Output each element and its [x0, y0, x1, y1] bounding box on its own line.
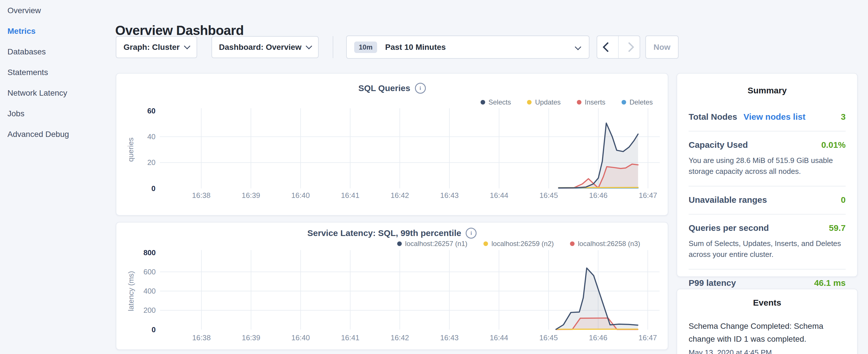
event-message: Schema Change Completed: Schema change w…	[689, 320, 826, 345]
svg-text:800: 800	[143, 249, 156, 257]
chevron-left-icon	[602, 42, 613, 52]
chevron-down-icon	[575, 44, 582, 51]
sql-queries-chart-card: SQL Queries i SelectsUpdatesInsertsDelet…	[116, 73, 668, 216]
events-panel: Events Schema Change Completed: Schema c…	[677, 289, 858, 354]
sidebar-item-overview[interactable]: Overview	[7, 3, 115, 18]
summary-row-label: Total Nodes	[689, 112, 737, 122]
svg-text:latency (ms): latency (ms)	[127, 271, 135, 311]
summary-row-subtext: You are using 28.6 MiB of 515.9 GiB usab…	[689, 155, 845, 177]
summary-row-value: 46.1 ms	[814, 278, 846, 288]
svg-text:400: 400	[143, 287, 156, 295]
time-step-back-button[interactable]	[597, 36, 619, 58]
summary-row-label: P99 latency	[689, 278, 736, 288]
svg-text:16:45: 16:45	[539, 334, 558, 342]
sidebar-item-metrics[interactable]: Metrics	[7, 24, 115, 38]
summary-row-label: Queries per second	[689, 223, 769, 233]
summary-row-unavailable-ranges: Unavailable ranges 0	[689, 186, 846, 214]
svg-text:16:44: 16:44	[490, 334, 508, 342]
svg-text:600: 600	[143, 268, 156, 276]
summary-panel: Summary Total Nodes View nodes list 3 Ca…	[677, 73, 858, 277]
summary-row-capacity-used: Capacity Used 0.01% You are using 28.6 M…	[689, 131, 846, 186]
page-title: Overview Dashboard	[115, 23, 244, 38]
chevron-down-icon	[306, 43, 312, 49]
summary-row-queries-per-second: Queries per second 59.7 Sum of Selects, …	[689, 214, 846, 269]
svg-text:16:43: 16:43	[440, 334, 459, 342]
sidebar: Overview Metrics Databases Statements Ne…	[0, 3, 115, 148]
svg-text:16:47: 16:47	[639, 334, 657, 342]
sidebar-item-advanced-debug[interactable]: Advanced Debug	[7, 127, 115, 141]
svg-text:16:40: 16:40	[291, 191, 310, 199]
graph-scope-dropdown-label: Graph: Cluster	[124, 43, 180, 52]
service-latency-chart-plot[interactable]: 16:3816:3916:4016:4116:4216:4316:4416:45…	[116, 223, 668, 349]
svg-text:20: 20	[147, 158, 156, 166]
svg-text:16:38: 16:38	[192, 334, 211, 342]
service-latency-chart-card: Service Latency: SQL, 99th percentile i …	[116, 222, 668, 350]
view-nodes-list-link[interactable]: View nodes list	[743, 112, 805, 122]
summary-row-subtext: Sum of Selects, Updates, Inserts, and De…	[689, 238, 845, 260]
sidebar-item-statements[interactable]: Statements	[7, 65, 115, 79]
time-range-badge: 10m	[354, 41, 377, 53]
svg-text:16:47: 16:47	[639, 191, 657, 199]
event-timestamp: May 13, 2020 at 4:45 PM	[689, 348, 846, 354]
svg-text:0: 0	[151, 185, 155, 192]
svg-text:16:45: 16:45	[539, 191, 558, 199]
svg-text:16:42: 16:42	[391, 334, 409, 342]
svg-text:16:41: 16:41	[341, 191, 360, 199]
summary-row-value: 59.7	[829, 223, 846, 233]
svg-text:16:42: 16:42	[391, 191, 409, 199]
events-title: Events	[677, 298, 857, 308]
svg-text:200: 200	[143, 306, 156, 314]
dashboard-dropdown[interactable]: Dashboard: Overview	[212, 36, 319, 58]
svg-text:60: 60	[147, 107, 156, 115]
time-range-label: Past 10 Minutes	[385, 43, 446, 52]
time-step-forward-button[interactable]	[619, 36, 640, 58]
svg-text:16:46: 16:46	[589, 191, 608, 199]
toolbar-divider	[333, 36, 333, 58]
summary-row-label: Unavailable ranges	[689, 195, 767, 205]
svg-text:16:39: 16:39	[242, 191, 260, 199]
graph-scope-dropdown[interactable]: Graph: Cluster	[116, 36, 197, 58]
time-range-dropdown[interactable]: 10m Past 10 Minutes	[346, 35, 589, 59]
now-button[interactable]: Now	[645, 35, 679, 59]
svg-text:16:41: 16:41	[341, 334, 359, 342]
summary-row-value: 0.01%	[821, 140, 846, 150]
svg-text:queries: queries	[127, 137, 135, 162]
summary-title: Summary	[677, 86, 857, 95]
dashboard-dropdown-label: Dashboard: Overview	[219, 43, 302, 52]
summary-row-value: 3	[841, 112, 846, 122]
svg-text:16:38: 16:38	[192, 191, 211, 199]
chevron-right-icon	[624, 42, 634, 52]
summary-row-value: 0	[841, 195, 846, 205]
svg-text:16:44: 16:44	[490, 191, 508, 199]
sql-queries-chart-plot[interactable]: 16:3816:3916:4016:4116:4216:4316:4416:45…	[116, 74, 668, 215]
sidebar-item-databases[interactable]: Databases	[7, 45, 115, 59]
event-item[interactable]: Schema Change Completed: Schema change w…	[677, 320, 857, 354]
summary-row-total-nodes: Total Nodes View nodes list 3	[689, 103, 846, 131]
svg-text:16:43: 16:43	[440, 191, 459, 199]
svg-text:40: 40	[147, 133, 156, 141]
svg-text:0: 0	[152, 326, 156, 334]
chevron-down-icon	[184, 43, 191, 49]
sidebar-item-network-latency[interactable]: Network Latency	[7, 86, 115, 100]
sidebar-item-jobs[interactable]: Jobs	[7, 106, 115, 121]
svg-text:16:46: 16:46	[589, 334, 607, 342]
summary-row-label: Capacity Used	[689, 140, 748, 150]
time-step-button-group	[597, 35, 640, 59]
svg-text:16:39: 16:39	[242, 334, 260, 342]
svg-text:16:40: 16:40	[291, 334, 310, 342]
